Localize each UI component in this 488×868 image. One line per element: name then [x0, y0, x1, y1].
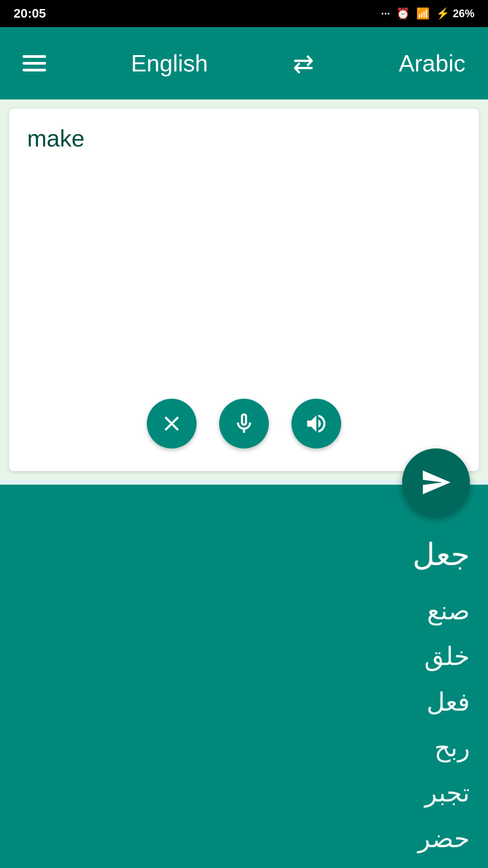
translation-output: جعل صنعخلقفعلربحتجبرحضر: [18, 530, 470, 862]
microphone-icon: [232, 411, 256, 436]
translate-button[interactable]: [402, 448, 470, 516]
source-language[interactable]: English: [131, 50, 208, 77]
swap-languages-button[interactable]: ⇄: [293, 49, 314, 78]
speaker-icon: [304, 411, 328, 436]
dots-icon: ···: [381, 7, 390, 20]
status-bar: 20:05 ··· ⏰ 📶 ⚡ 26%: [0, 0, 488, 27]
microphone-button[interactable]: [219, 399, 269, 448]
fab-container: [0, 448, 488, 516]
battery-icon: ⚡ 26%: [436, 7, 474, 20]
target-language[interactable]: Arabic: [399, 50, 465, 77]
translation-section: جعل صنعخلقفعلربحتجبرحضر: [0, 485, 488, 868]
alarm-icon: ⏰: [396, 7, 410, 20]
clear-button[interactable]: [147, 399, 197, 448]
header: English ⇄ Arabic: [0, 27, 488, 99]
sim-icon: 📶: [416, 7, 430, 20]
send-icon: [420, 467, 452, 498]
clear-icon: [160, 411, 184, 436]
speak-source-button[interactable]: [291, 399, 341, 448]
status-icons: ··· ⏰ 📶 ⚡ 26%: [381, 7, 474, 20]
input-section: make: [0, 99, 488, 480]
source-input[interactable]: make: [27, 122, 461, 385]
main-translation: جعل: [18, 530, 470, 579]
alternative-translations: صنعخلقفعلربحتجبرحضر: [18, 588, 470, 862]
time: 20:05: [14, 6, 46, 21]
menu-button[interactable]: [23, 55, 46, 71]
input-card: make: [9, 108, 479, 471]
